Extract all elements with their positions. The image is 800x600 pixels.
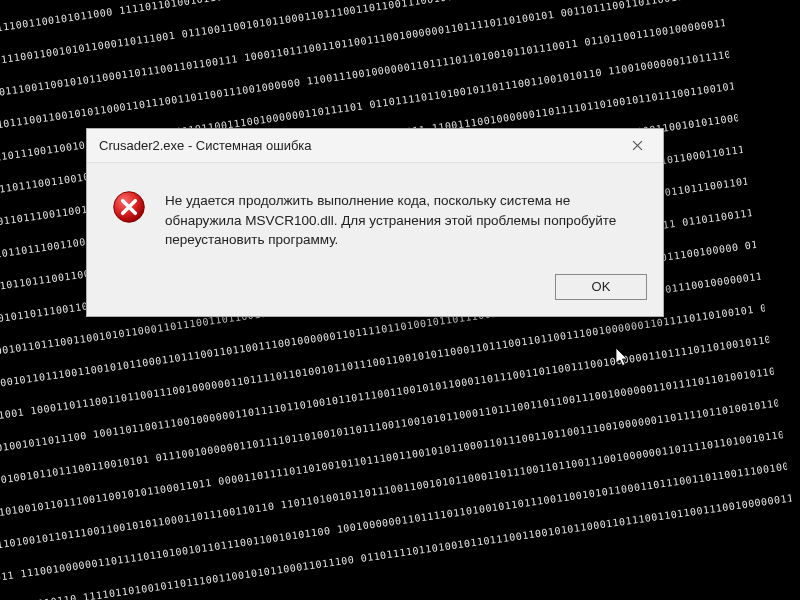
error-icon: [111, 189, 147, 225]
dialog-content: Не удается продолжить выполнение кода, п…: [87, 163, 663, 268]
close-icon: [632, 137, 643, 155]
error-dialog: Crusader2.exe - Системная ошибка Не: [86, 128, 664, 317]
error-message: Не удается продолжить выполнение кода, п…: [165, 189, 639, 250]
ok-button[interactable]: OK: [555, 274, 647, 300]
dialog-button-row: OK: [87, 268, 663, 316]
close-button[interactable]: [615, 131, 659, 161]
dialog-title: Crusader2.exe - Системная ошибка: [99, 138, 312, 153]
mouse-cursor: [616, 348, 630, 368]
dialog-titlebar: Crusader2.exe - Системная ошибка: [87, 129, 663, 163]
